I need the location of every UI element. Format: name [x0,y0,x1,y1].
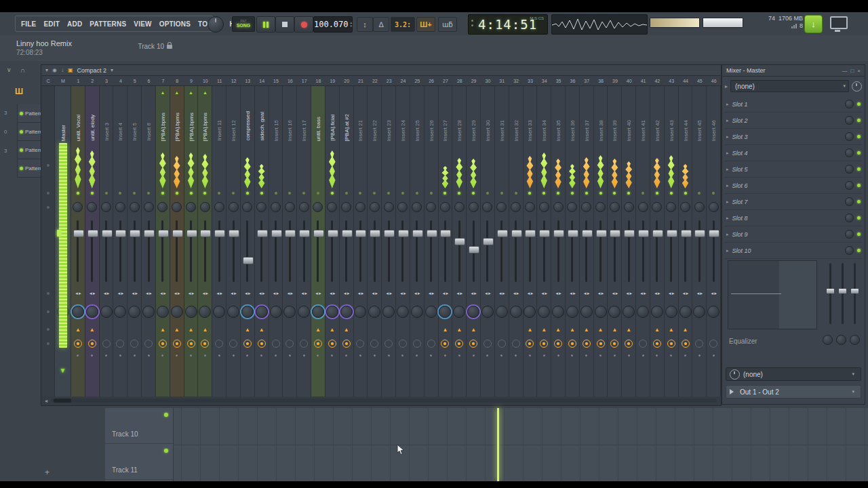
mixer-channel-35[interactable]: Insert 35◄►▲ [551,86,566,396]
eq-gain-knob[interactable] [850,335,860,345]
plugin-enable[interactable] [639,340,647,348]
plugin-slot-icon[interactable] [707,323,720,336]
stereo-sep-control[interactable]: ◄► [127,286,141,301]
pan-knob[interactable] [454,202,465,212]
plugin-slot-icon[interactable]: ▲ [551,323,565,336]
volume-fader[interactable] [425,216,438,286]
plugin-slot-icon[interactable] [425,323,438,336]
time-source-dropdown[interactable]: (none) ▾ [726,367,861,381]
channel-knob[interactable] [100,306,113,318]
volume-fader[interactable] [481,216,494,286]
mixer-layout-icon[interactable]: ▣ [68,67,73,73]
stereo-sep-control[interactable]: ◄► [212,286,226,301]
plugin-enable[interactable] [399,340,407,348]
insert-plugin-dropdown[interactable]: (none) ▾ [730,80,849,92]
plugin-slot-icon[interactable] [509,323,523,336]
stereo-sep-control[interactable]: ◄► [537,286,551,301]
plugin-enable[interactable] [653,340,661,348]
mixer-channel-29[interactable]: Insert 29◄►▲ [467,86,481,396]
activity-led[interactable] [288,192,291,195]
volume-fader[interactable] [410,216,424,286]
plugin-enable[interactable] [554,340,562,348]
channel-knob[interactable] [185,306,197,318]
activity-led[interactable] [105,192,108,195]
plugin-slot-icon[interactable]: ▲ [452,323,466,336]
activity-led[interactable] [486,192,489,195]
channel-knob[interactable] [425,306,437,318]
channel-knob[interactable] [382,306,395,318]
channel-knob[interactable] [552,306,564,318]
channel-knob[interactable] [72,306,84,318]
stereo-sep-control[interactable]: ◄► [481,286,494,301]
stereo-sep-control[interactable]: ◄► [566,286,579,301]
pan-knob[interactable] [694,202,705,212]
stereo-sep-control[interactable]: ◄► [340,286,353,301]
stereo-sep-control[interactable]: ◄► [608,286,621,301]
stereo-sep-control[interactable]: ◄► [636,286,650,301]
plugin-slot-icon[interactable]: ▲ [241,323,254,336]
oscilloscope-display[interactable] [551,14,648,35]
mixer-eye-icon[interactable]: ◉ [52,67,57,73]
plugin-slot-icon[interactable]: ▲ [566,323,579,336]
mixer-channel-30[interactable]: Insert 30◄► [481,86,495,396]
stereo-sep-control[interactable]: ◄► [100,286,113,301]
plugin-slot-icon[interactable]: ▲ [71,323,85,336]
plugin-slot-icon[interactable]: ▲ [311,323,325,336]
plugin-slot-icon[interactable]: ▲ [580,323,593,336]
mixer-titlebar[interactable]: ▾ ◉ ↓ ▣ Compact 2 ▾ [41,65,721,76]
pan-knob[interactable] [539,202,549,212]
plugin-slot-icon[interactable]: ▲ [255,323,269,336]
stereo-sep-control[interactable]: ◄► [452,286,466,301]
volume-fader[interactable] [297,216,311,286]
menu-item-options[interactable]: OPTIONS [159,20,191,28]
mixer-channel-2[interactable]: untit. elody◄►▲ [85,86,100,396]
pan-knob[interactable] [624,202,634,212]
stereo-sep-control[interactable]: ◄► [650,286,664,301]
plugin-enable[interactable] [356,340,364,348]
plugin-slot-icon[interactable] [396,323,410,336]
slot-mix-knob[interactable] [845,197,854,206]
pan-knob[interactable] [299,202,309,212]
stereo-sep-control[interactable]: ◄► [283,286,296,301]
volume-fader[interactable] [340,216,353,286]
stereo-sep-control[interactable]: ◄► [297,286,311,301]
collapse-chevron-icon[interactable]: ∨ [7,66,12,73]
step-edit-icon[interactable]: ɯƃ [438,17,457,32]
stereo-sep-control[interactable]: ◄► [707,286,720,301]
main-pitch-meter[interactable] [703,18,743,28]
pan-knob[interactable] [638,202,648,212]
channel-knob[interactable] [283,306,296,318]
plugin-enable[interactable] [272,340,280,348]
plugin-slot-icon[interactable] [142,323,155,336]
channel-knob[interactable] [538,306,550,318]
channel-knob[interactable] [707,306,719,318]
volume-fader[interactable] [665,216,678,286]
pan-knob[interactable] [285,202,295,212]
effect-slot[interactable]: ▸Slot 7 [725,194,862,210]
song-mode-toggle[interactable]: PAT SONG [232,16,255,32]
activity-led[interactable] [656,192,658,195]
mixer-channel-22[interactable]: Insert 22◄► [368,86,382,396]
mixer-channel-9[interactable]: ▲[PBA].bpms◄►▲ [184,86,199,396]
slot-enable-led[interactable] [857,200,861,203]
precount-display[interactable]: 3.2: [391,17,415,32]
slot-mix-knob[interactable] [845,246,854,255]
volume-fader[interactable] [692,216,706,286]
stereo-sep-control[interactable]: ◄► [368,286,381,301]
volume-fader[interactable] [495,216,509,286]
plugin-enable[interactable] [159,340,167,348]
stereo-sep-control[interactable]: ◄► [184,286,198,301]
mixer-channel-34[interactable]: Insert 34◄►▲ [537,86,551,396]
volume-fader[interactable] [439,216,452,286]
mixer-channel-14[interactable]: sidech. goal◄►▲ [255,86,269,396]
plugin-enable[interactable] [526,340,534,348]
volume-fader[interactable] [622,216,635,286]
stereo-sep-control[interactable]: ◄► [551,286,565,301]
plugin-enable[interactable] [413,340,421,348]
pan-knob[interactable] [482,202,492,212]
mixer-channel-13[interactable]: compressed◄►▲ [241,86,255,396]
volume-fader[interactable] [142,216,155,286]
pause-button[interactable] [256,16,275,33]
volume-fader[interactable] [100,216,113,286]
stereo-sep-control[interactable]: ◄► [269,286,283,301]
